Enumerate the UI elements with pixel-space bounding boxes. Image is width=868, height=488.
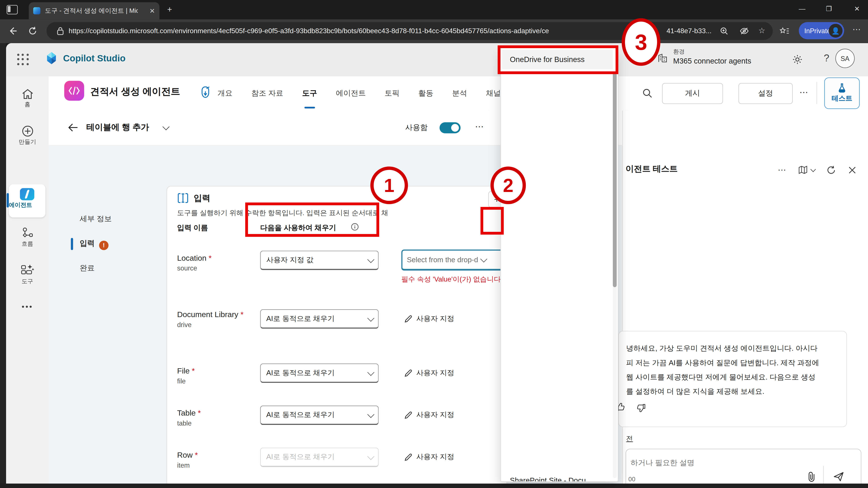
favorite-star-icon[interactable]: ☆: [758, 26, 765, 35]
window-maximize-icon[interactable]: ❐: [826, 5, 832, 13]
agent-icon: [64, 81, 84, 101]
divider: [823, 466, 824, 486]
zoom-icon[interactable]: [720, 27, 728, 35]
agent-title: 견적서 생성 에이전트: [90, 85, 180, 98]
search-icon[interactable]: [642, 88, 653, 98]
pencil-icon: [404, 411, 412, 419]
account-avatar[interactable]: SA: [835, 48, 855, 68]
profile-avatar-icon[interactable]: 👤: [829, 24, 843, 38]
activity-map-button[interactable]: [798, 165, 814, 174]
attachment-icon[interactable]: [807, 471, 816, 482]
tab-agents[interactable]: 에이전트: [336, 89, 366, 98]
sidebar-item-create[interactable]: 만들기: [6, 125, 49, 146]
refresh-chat-icon[interactable]: [827, 165, 836, 174]
close-panel-icon[interactable]: [848, 166, 856, 174]
send-icon[interactable]: [833, 471, 844, 482]
eye-off-icon[interactable]: [740, 27, 749, 35]
clipped-link-fragment[interactable]: 전: [626, 434, 633, 444]
active-indicator: [7, 193, 9, 207]
char-counter: 00: [628, 476, 636, 483]
favorites-bar-icon[interactable]: [779, 27, 789, 36]
publish-label: 게시: [685, 89, 700, 98]
sidebar-item-flows[interactable]: 흐름: [6, 227, 49, 248]
step-input[interactable]: 입력!: [80, 238, 108, 250]
window-minimize-icon[interactable]: —: [799, 5, 806, 13]
tab-analytics[interactable]: 분석: [452, 89, 467, 98]
window-close-icon[interactable]: ✕: [854, 5, 860, 13]
enabled-toggle[interactable]: [439, 122, 461, 133]
back-icon[interactable]: [8, 26, 18, 36]
tab-knowledge[interactable]: 참조 자료: [251, 89, 283, 98]
publish-button[interactable]: 게시: [662, 83, 723, 104]
tab-overview[interactable]: 개요: [218, 89, 232, 98]
agent-test-panel: 이전트 테스트 ⋯ 녕하세요, 가상 도우미 견적서 생성 에이전트입니다. 아…: [622, 110, 868, 488]
field-name: Document Library: [177, 310, 238, 319]
fill-method-dropdown[interactable]: AI로 동적으로 채우기: [260, 405, 379, 425]
field-name: Table: [177, 409, 195, 417]
tab-workspaces-icon[interactable]: [7, 5, 18, 14]
agent-tabs: 개요 참조 자료 도구 에이전트 토픽 활동 분석 채널: [218, 76, 501, 110]
test-more-icon[interactable]: ⋯: [778, 165, 786, 175]
environment-picker[interactable]: 환경 M365 connector agents: [657, 48, 751, 65]
value-combobox[interactable]: Select from the drop-d: [401, 250, 517, 271]
tool-more-icon[interactable]: ⋯: [475, 121, 484, 132]
fill-method-value: AI로 동적으로 채우기: [266, 314, 335, 324]
refresh-icon[interactable]: [28, 26, 38, 36]
tab-tools[interactable]: 도구: [302, 89, 317, 98]
chevron-down-icon[interactable]: [163, 125, 168, 130]
field-name: File: [177, 366, 190, 375]
settings-button[interactable]: 설정: [739, 83, 793, 104]
test-button[interactable]: 테스트: [824, 77, 860, 109]
browser-tab[interactable]: 도구 - 견적서 생성 에이전트 | Mic ✕: [29, 2, 159, 19]
step-done[interactable]: 완료: [80, 263, 95, 273]
annotation-box-onedrive-item: [498, 45, 618, 74]
agent-more-icon[interactable]: ⋯: [799, 87, 808, 97]
copilot-pen-icon[interactable]: [199, 86, 211, 99]
chevron-down-icon[interactable]: [480, 256, 487, 262]
step-details[interactable]: 세부 정보: [80, 214, 112, 224]
field-subname: table: [177, 419, 201, 427]
annotation-circle-2: 2: [490, 167, 526, 204]
customize-button[interactable]: 사용자 지정: [404, 452, 454, 462]
tab-topics[interactable]: 토픽: [384, 89, 400, 98]
dropdown-scrollbar[interactable]: [613, 71, 617, 478]
field-label: Document Library * drive: [177, 309, 249, 329]
url-bar[interactable]: https://copilotstudio.microsoft.com/envi…: [46, 22, 773, 40]
tab-activity[interactable]: 활동: [418, 89, 433, 98]
field-subname: item: [177, 461, 198, 469]
thumbs-down-icon[interactable]: [637, 403, 646, 413]
sidebar-item-label: 에이전트: [9, 201, 45, 209]
customize-label: 사용자 지정: [416, 368, 454, 378]
browser-menu-icon[interactable]: ⋯: [852, 24, 861, 34]
tab-close-icon[interactable]: ✕: [150, 7, 155, 15]
required-asterisk: *: [241, 310, 244, 319]
tool-title: 테이블에 행 추가: [86, 122, 149, 133]
chevron-down-icon: [367, 453, 374, 460]
enabled-label: 사용함: [405, 123, 428, 133]
tab-channels[interactable]: 채널: [486, 89, 501, 98]
required-asterisk: *: [192, 366, 195, 375]
inprivate-badge[interactable]: InPrivate 👤: [799, 22, 844, 39]
scrollbar-thumb[interactable]: [613, 71, 617, 287]
customize-label: 사용자 지정: [416, 452, 454, 462]
fill-method-dropdown[interactable]: AI로 동적으로 채우기: [260, 363, 379, 383]
customize-button[interactable]: 사용자 지정: [404, 314, 454, 324]
chat-composer[interactable]: 하거나 필요한 설명 00: [626, 449, 862, 488]
sidebar-item-home[interactable]: 홈: [6, 89, 49, 108]
sidebar-item-agents[interactable]: 에이전트: [9, 184, 45, 217]
sidebar-more-icon[interactable]: •••: [6, 302, 49, 311]
waffle-menu-icon[interactable]: [17, 54, 29, 66]
message-line: 피 저는 가끔 AI를 사용하여 질문에 답변합니다. 제작 과정에: [626, 356, 842, 370]
customize-button[interactable]: 사용자 지정: [404, 410, 454, 420]
help-icon[interactable]: ?: [824, 53, 829, 64]
copilot-studio-header: Copilot Studio 환경 M365 connector agents …: [6, 43, 868, 76]
fill-method-dropdown[interactable]: 사용자 지정 값: [260, 251, 379, 270]
settings-gear-icon[interactable]: [792, 54, 803, 65]
back-arrow-icon[interactable]: [67, 123, 78, 132]
dropdown-option-clipped[interactable]: SharePoint Site - Docu: [510, 476, 586, 482]
new-tab-icon[interactable]: +: [167, 4, 172, 14]
sidebar-item-tools[interactable]: 도구: [6, 263, 49, 286]
brand[interactable]: Copilot Studio: [45, 52, 126, 65]
fill-method-dropdown[interactable]: AI로 동적으로 채우기: [260, 309, 379, 329]
customize-button[interactable]: 사용자 지정: [404, 368, 454, 378]
